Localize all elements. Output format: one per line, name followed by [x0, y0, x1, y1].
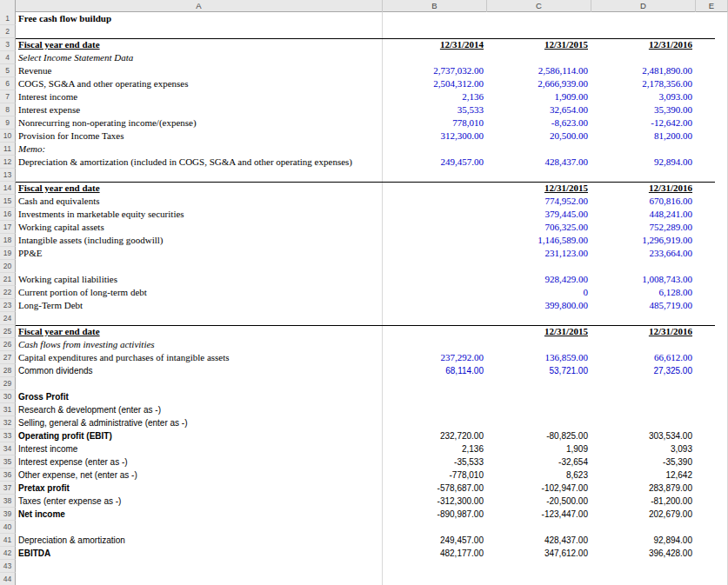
cell-A39[interactable]: Net income: [16, 508, 383, 521]
cell-D12[interactable]: 92,894.00: [591, 156, 696, 169]
cell-C6[interactable]: 2,666,939.00: [487, 77, 591, 90]
cell-A12[interactable]: Depreciation & amortization (included in…: [16, 156, 383, 169]
row-header-31[interactable]: 31: [0, 403, 16, 416]
row-header-36[interactable]: 36: [0, 469, 16, 482]
cell-B17[interactable]: [383, 221, 487, 234]
cell-C26[interactable]: [487, 338, 591, 351]
cell-A10[interactable]: Provision for Income Taxes: [16, 130, 383, 143]
cell-B31[interactable]: [383, 403, 487, 416]
cell-E30[interactable]: [696, 390, 728, 403]
cell-E8[interactable]: [696, 103, 728, 116]
row-header-24[interactable]: 24: [0, 312, 16, 325]
cell-C24[interactable]: [487, 312, 591, 325]
cell-B32[interactable]: [383, 416, 487, 429]
cell-E39[interactable]: [696, 508, 728, 521]
cell-B44[interactable]: [383, 573, 487, 585]
row-header-44[interactable]: 44: [0, 573, 16, 585]
cell-E35[interactable]: [696, 455, 728, 469]
cell-C10[interactable]: 20,500.00: [487, 130, 591, 143]
cell-E18[interactable]: [696, 234, 728, 247]
cell-B4[interactable]: [383, 51, 487, 64]
cell-E28[interactable]: [696, 364, 728, 377]
cell-A4[interactable]: Select Income Statement Data: [16, 51, 383, 64]
cell-C2[interactable]: [487, 25, 591, 38]
cell-A15[interactable]: Cash and equivalents: [16, 195, 383, 208]
row-header-34[interactable]: 34: [0, 442, 16, 455]
cell-A36[interactable]: Other expense, net (enter as -): [16, 469, 383, 482]
cell-B36[interactable]: -778,010: [383, 469, 487, 482]
cell-D43[interactable]: [591, 560, 696, 573]
row-header-38[interactable]: 38: [0, 495, 16, 508]
row-header-21[interactable]: 21: [0, 273, 16, 286]
cell-E26[interactable]: [696, 338, 728, 351]
cell-B27[interactable]: 237,292.00: [383, 351, 487, 364]
row-header-43[interactable]: 43: [0, 560, 16, 573]
cell-B39[interactable]: -890,987.00: [383, 508, 487, 521]
cell-C39[interactable]: -123,447.00: [487, 508, 591, 521]
cell-B23[interactable]: [383, 299, 487, 312]
cell-D36[interactable]: 12,642: [591, 469, 696, 482]
cell-D28[interactable]: 27,325.00: [591, 364, 696, 377]
row-header-20[interactable]: 20: [0, 260, 16, 273]
row-header-13[interactable]: 13: [0, 169, 16, 182]
cell-B5[interactable]: 2,737,032.00: [383, 64, 487, 77]
cell-A44[interactable]: [16, 573, 383, 585]
cell-B22[interactable]: [383, 286, 487, 299]
row-header-7[interactable]: 7: [0, 90, 16, 103]
cell-B2[interactable]: [383, 25, 487, 38]
column-header-A[interactable]: A: [16, 0, 383, 12]
cell-D37[interactable]: 283,879.00: [591, 482, 696, 495]
row-header-9[interactable]: 9: [0, 116, 16, 130]
cell-B20[interactable]: [383, 260, 487, 273]
cell-A11[interactable]: Memo:: [16, 143, 383, 156]
cell-C8[interactable]: 32,654.00: [487, 103, 591, 116]
cell-D15[interactable]: 670,816.00: [591, 195, 696, 208]
cell-A6[interactable]: COGS, SG&A and other operating expenses: [16, 77, 383, 90]
row-header-27[interactable]: 27: [0, 351, 16, 364]
column-header-C[interactable]: C: [487, 0, 591, 12]
cell-D21[interactable]: 1,008,743.00: [591, 273, 696, 286]
cell-C5[interactable]: 2,586,114.00: [487, 64, 591, 77]
cell-E17[interactable]: [696, 221, 728, 234]
cell-C12[interactable]: 428,437.00: [487, 156, 591, 169]
cell-E31[interactable]: [696, 403, 728, 416]
cell-C4[interactable]: [487, 51, 591, 64]
cell-B19[interactable]: [383, 247, 487, 260]
cell-C16[interactable]: 379,445.00: [487, 208, 591, 221]
cell-C21[interactable]: 928,429.00: [487, 273, 591, 286]
cell-B15[interactable]: [383, 195, 487, 208]
cell-A37[interactable]: Pretax profit: [16, 482, 383, 495]
cell-C7[interactable]: 1,909.00: [487, 90, 591, 103]
cell-E6[interactable]: [696, 77, 728, 90]
cell-B37[interactable]: -578,687.00: [383, 482, 487, 495]
cell-A5[interactable]: Revenue: [16, 64, 383, 77]
cell-E40[interactable]: [696, 521, 728, 534]
cell-B16[interactable]: [383, 208, 487, 221]
cell-C13[interactable]: [487, 169, 591, 182]
row-header-16[interactable]: 16: [0, 208, 16, 221]
cell-A30[interactable]: Gross Profit: [16, 390, 383, 403]
row-header-17[interactable]: 17: [0, 221, 16, 234]
row-header-33[interactable]: 33: [0, 429, 16, 442]
row-header-5[interactable]: 5: [0, 64, 16, 77]
cell-C38[interactable]: -20,500.00: [487, 495, 591, 508]
cell-C29[interactable]: [487, 377, 591, 390]
cell-B25[interactable]: [383, 325, 487, 338]
row-header-15[interactable]: 15: [0, 195, 16, 208]
cell-C40[interactable]: [487, 521, 591, 534]
cell-B12[interactable]: 249,457.00: [383, 156, 487, 169]
cell-A9[interactable]: Nonrecurring non-operating income/(expen…: [16, 116, 383, 130]
cell-C11[interactable]: [487, 143, 591, 156]
row-header-3[interactable]: 3: [0, 38, 16, 51]
cell-A23[interactable]: Long-Term Debt: [16, 299, 383, 312]
row-header-6[interactable]: 6: [0, 77, 16, 90]
cell-E44[interactable]: [696, 573, 728, 585]
row-header-22[interactable]: 22: [0, 286, 16, 299]
cell-C9[interactable]: -8,623.00: [487, 116, 591, 130]
cell-D30[interactable]: [591, 390, 696, 403]
cell-D35[interactable]: -35,390: [591, 455, 696, 469]
cell-C3[interactable]: 12/31/2015: [487, 38, 591, 51]
cell-C43[interactable]: [487, 560, 591, 573]
cell-B11[interactable]: [383, 143, 487, 156]
row-header-42[interactable]: 42: [0, 547, 16, 560]
